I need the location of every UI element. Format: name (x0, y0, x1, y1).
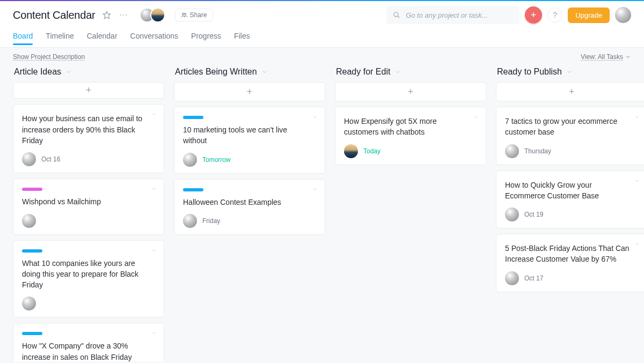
upgrade-button[interactable]: Upgrade (568, 8, 610, 23)
card-footer (22, 214, 155, 228)
card-title: How to Quickly Grow your Ecommerce Custo… (505, 180, 638, 202)
more-actions-icon[interactable]: ··· (118, 9, 130, 21)
svg-point-1 (182, 13, 184, 15)
card-menu-chevron-icon[interactable] (151, 111, 157, 117)
assignee-avatar[interactable] (183, 214, 197, 228)
card-menu-chevron-icon[interactable] (634, 114, 640, 120)
card-title: 7 tactics to grow your ecommerce custome… (505, 116, 638, 138)
due-date: Oct 16 (41, 155, 60, 163)
column-title: Articles Being Written (175, 67, 257, 77)
tag-pill (183, 188, 203, 191)
kanban-board: Article Ideas+How your business can use … (0, 64, 644, 361)
card-list: 7 tactics to grow your ecommerce custome… (496, 107, 644, 303)
tab-timeline[interactable]: Timeline (46, 32, 74, 45)
task-card[interactable]: What 10 companies like yours are doing t… (13, 240, 164, 318)
add-card-button[interactable]: + (174, 82, 325, 101)
column-articles-being-written: Articles Being Written+10 marketing tool… (174, 64, 325, 361)
svg-line-4 (398, 16, 400, 18)
card-menu-chevron-icon[interactable] (473, 114, 479, 120)
due-date: Oct 19 (524, 211, 543, 218)
column-header[interactable]: Articles Being Written (174, 64, 325, 82)
card-list: 10 marketing tools we can't live without… (174, 107, 325, 246)
assignee-avatar[interactable] (505, 271, 519, 285)
due-date: Tomorrow (202, 156, 231, 164)
due-date: Thursday (524, 147, 551, 155)
assignee-avatar[interactable] (22, 214, 36, 228)
view-filter-label: View: All Tasks (581, 53, 623, 61)
card-list: How your business can use email to incre… (13, 104, 164, 361)
global-search[interactable] (386, 6, 519, 24)
assignee-avatar[interactable] (505, 144, 519, 158)
column-header[interactable]: Article Ideas (13, 64, 164, 82)
task-card[interactable]: How Expensify got 5X more customers with… (335, 107, 486, 165)
share-button[interactable]: Share (175, 9, 213, 21)
card-footer: Friday (183, 214, 316, 228)
card-title: How Expensify got 5X more customers with… (344, 116, 477, 138)
show-project-description-link[interactable]: Show Project Description (13, 53, 85, 61)
due-date: Friday (202, 217, 220, 225)
add-card-button[interactable]: + (13, 82, 164, 99)
card-footer: Tomorrow (183, 153, 316, 167)
task-card[interactable]: How to Quickly Grow your Ecommerce Custo… (496, 171, 644, 229)
tab-files[interactable]: Files (234, 32, 250, 45)
chevron-down-icon (566, 69, 573, 75)
main-header: Content Calendar ··· Share + ? Upgrade B… (0, 1, 644, 48)
card-footer: Oct 17 (505, 271, 638, 285)
card-footer (22, 297, 155, 310)
column-header[interactable]: Ready for Edit (335, 64, 486, 82)
view-filter-link[interactable]: View: All Tasks (581, 53, 631, 61)
card-footer: Oct 16 (22, 152, 155, 166)
assignee-avatar[interactable] (22, 297, 36, 310)
task-card[interactable]: 5 Post-Black Friday Actions That Can Inc… (496, 234, 644, 292)
assignee-avatar[interactable] (344, 144, 358, 158)
column-title: Ready to Publish (497, 67, 562, 77)
assignee-avatar[interactable] (505, 208, 519, 221)
quick-add-button[interactable]: + (525, 6, 542, 24)
project-title: Content Calendar (13, 9, 96, 21)
card-menu-chevron-icon[interactable] (151, 330, 157, 336)
tab-progress[interactable]: Progress (191, 32, 221, 45)
member-avatar[interactable] (150, 8, 165, 23)
task-card[interactable]: Halloween Contest ExamplesFriday (174, 179, 325, 235)
card-menu-chevron-icon[interactable] (312, 186, 318, 192)
card-footer: Today (344, 144, 477, 158)
due-date: Today (363, 147, 380, 155)
tag-pill (22, 188, 42, 191)
task-card[interactable]: How "X Company" drove a 30% increase in … (13, 323, 164, 361)
card-menu-chevron-icon[interactable] (634, 177, 640, 184)
assignee-avatar[interactable] (183, 153, 197, 167)
search-icon (393, 11, 400, 19)
profile-avatar[interactable] (615, 7, 631, 23)
card-title: 10 marketing tools we can't live without (183, 124, 316, 146)
tag-pill (183, 116, 203, 119)
column-article-ideas: Article Ideas+How your business can use … (13, 64, 164, 361)
assignee-avatar[interactable] (22, 152, 36, 166)
subheader-bar: Show Project Description View: All Tasks (0, 48, 644, 64)
card-title: What 10 companies like yours are doing t… (22, 258, 155, 291)
card-list: How Expensify got 5X more customers with… (335, 107, 486, 176)
task-card[interactable]: 10 marketing tools we can't live without… (174, 107, 325, 174)
header-row-primary: Content Calendar ··· Share + ? Upgrade (13, 1, 631, 29)
svg-point-2 (184, 13, 186, 15)
card-menu-chevron-icon[interactable] (151, 247, 157, 254)
chevron-down-icon (625, 54, 631, 60)
card-menu-chevron-icon[interactable] (151, 186, 157, 192)
task-card[interactable]: 7 tactics to grow your ecommerce custome… (496, 107, 644, 165)
help-button[interactable]: ? (547, 8, 562, 23)
tab-conversations[interactable]: Conversations (130, 32, 179, 45)
add-card-button[interactable]: + (335, 82, 486, 101)
chevron-down-icon (394, 69, 401, 75)
column-title: Article Ideas (14, 67, 61, 77)
task-card[interactable]: Wishpond vs Mailchimp (13, 179, 164, 234)
tab-board[interactable]: Board (13, 32, 33, 45)
column-header[interactable]: Ready to Publish (496, 64, 644, 82)
column-ready-to-publish: Ready to Publish+7 tactics to grow your … (496, 64, 644, 361)
search-input[interactable] (405, 11, 513, 20)
tab-calendar[interactable]: Calendar (87, 32, 118, 45)
member-avatar-stack[interactable] (140, 8, 165, 23)
add-card-button[interactable]: + (496, 82, 644, 101)
task-card[interactable]: How your business can use email to incre… (13, 104, 164, 173)
card-menu-chevron-icon[interactable] (634, 241, 640, 247)
card-menu-chevron-icon[interactable] (312, 114, 318, 120)
favorite-star-icon[interactable] (101, 9, 113, 21)
